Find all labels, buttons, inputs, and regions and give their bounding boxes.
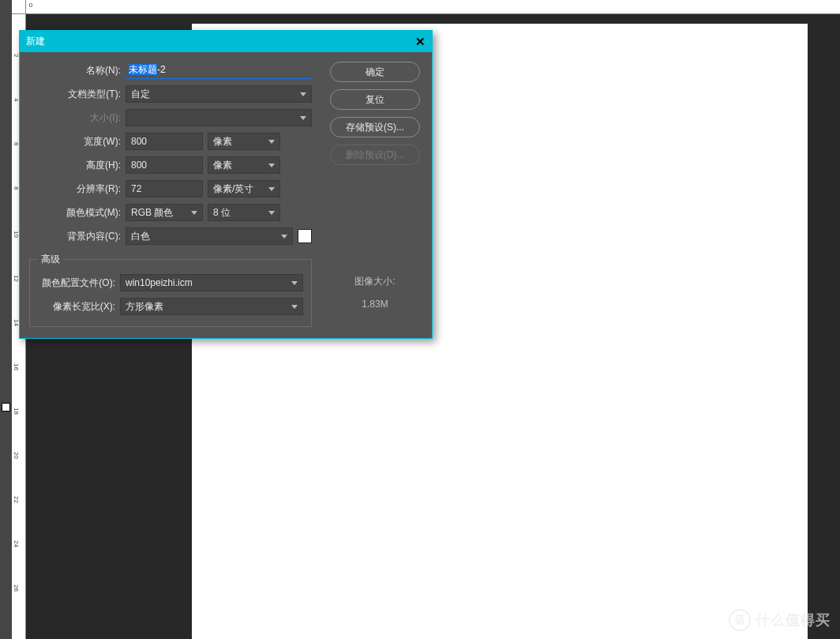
resolution-label: 分辨率(R): — [29, 182, 121, 196]
pixel-aspect-select[interactable]: 方形像素 — [120, 298, 303, 315]
watermark-icon: 值 — [729, 609, 751, 631]
resolution-input[interactable]: 72 — [126, 180, 203, 197]
ruler-tick: 4 — [13, 98, 19, 101]
close-icon[interactable]: ✕ — [415, 35, 426, 49]
save-preset-button[interactable]: 存储预设(S)... — [330, 117, 420, 137]
image-size-label: 图像大小: — [354, 275, 395, 288]
ruler-tick: 26 — [13, 584, 19, 592]
new-document-dialog: 新建 ✕ 名称(N): 未标题-2 文档类型(T): 自定 大小(I): 宽度(… — [19, 30, 433, 339]
advanced-legend: 高级 — [38, 253, 63, 266]
left-toolbar[interactable] — [0, 0, 12, 639]
background-label: 背景内容(C): — [29, 230, 121, 243]
size-label: 大小(I): — [29, 111, 121, 125]
pixel-aspect-label: 像素长宽比(X): — [38, 300, 115, 314]
dialog-titlebar[interactable]: 新建 ✕ — [20, 31, 432, 52]
name-input[interactable]: 未标题-2 — [126, 62, 312, 79]
width-unit-select[interactable]: 像素 — [208, 133, 280, 150]
profile-label: 颜色配置文件(O): — [38, 276, 115, 290]
color-mode-select[interactable]: RGB 颜色 — [126, 204, 203, 221]
ruler-tick: 0 — [29, 2, 32, 9]
reset-button[interactable]: 复位 — [330, 89, 420, 110]
foreground-color-swatch[interactable] — [2, 403, 10, 412]
ruler-tick: 2 — [13, 54, 19, 57]
width-input[interactable]: 800 — [126, 133, 203, 150]
ruler-tick: 22 — [13, 496, 19, 503]
height-input[interactable]: 800 — [126, 156, 203, 174]
ruler-tick: 24 — [13, 540, 19, 547]
ruler-tick: 14 — [13, 319, 19, 326]
ruler-tick: 20 — [13, 452, 19, 459]
dialog-title: 新建 — [26, 35, 45, 48]
ok-button[interactable]: 确定 — [330, 62, 420, 82]
advanced-fieldset: 高级 颜色配置文件(O): win10peizhi.icm 像素长宽比(X): … — [29, 253, 312, 327]
watermark: 值 什么值得买 — [729, 609, 831, 631]
image-size-value: 1.83M — [362, 299, 388, 310]
ruler-tick: 6 — [13, 142, 19, 145]
ruler-origin — [12, 0, 26, 14]
height-unit-select[interactable]: 像素 — [208, 156, 280, 174]
ruler-tick: 16 — [13, 363, 19, 370]
height-label: 高度(H): — [29, 159, 121, 172]
ruler-tick: 18 — [13, 408, 19, 415]
ruler-tick: 10 — [13, 231, 19, 238]
delete-preset-button: 删除预设(D)... — [330, 145, 420, 165]
doctype-label: 文档类型(T): — [29, 88, 121, 101]
profile-select[interactable]: win10peizhi.icm — [120, 274, 303, 291]
name-label: 名称(N): — [29, 64, 121, 77]
width-label: 宽度(W): — [29, 135, 121, 148]
resolution-unit-select[interactable]: 像素/英寸 — [208, 180, 280, 197]
ruler-horizontal[interactable]: 0 — [12, 0, 840, 14]
ruler-tick: 8 — [13, 186, 19, 190]
doctype-select[interactable]: 自定 — [126, 85, 312, 103]
background-swatch[interactable] — [298, 229, 312, 243]
ruler-tick: 12 — [13, 275, 19, 282]
color-mode-label: 颜色模式(M): — [29, 206, 121, 220]
size-select — [126, 109, 312, 126]
color-depth-select[interactable]: 8 位 — [208, 204, 280, 221]
background-select[interactable]: 白色 — [126, 227, 293, 245]
